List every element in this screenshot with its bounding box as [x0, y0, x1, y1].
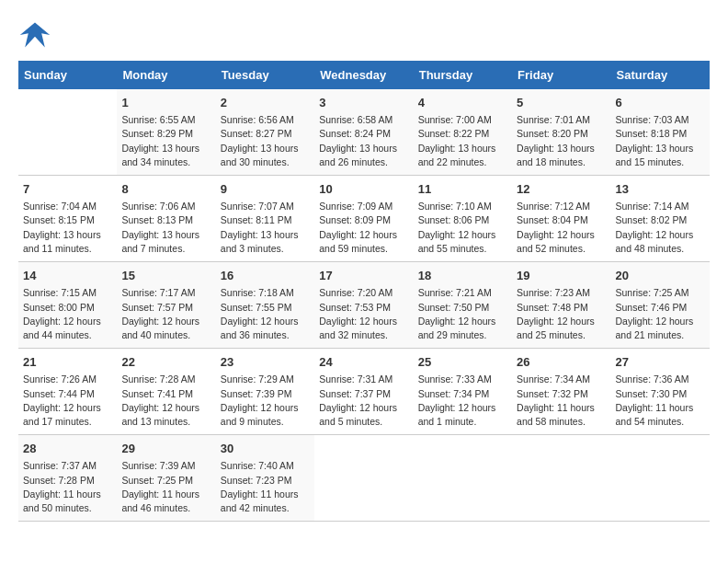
week-row-5: 28Sunrise: 7:37 AM Sunset: 7:28 PM Dayli… — [18, 435, 710, 522]
calendar-cell: 21Sunrise: 7:26 AM Sunset: 7:44 PM Dayli… — [18, 349, 117, 435]
day-info: Sunrise: 7:40 AM Sunset: 7:23 PM Dayligh… — [221, 459, 310, 515]
day-info: Sunrise: 7:34 AM Sunset: 7:32 PM Dayligh… — [517, 373, 606, 429]
day-number: 2 — [221, 95, 310, 111]
calendar-cell: 30Sunrise: 7:40 AM Sunset: 7:23 PM Dayli… — [216, 435, 314, 522]
day-info: Sunrise: 7:18 AM Sunset: 7:55 PM Dayligh… — [221, 286, 310, 342]
calendar-cell: 19Sunrise: 7:23 AM Sunset: 7:48 PM Dayli… — [512, 262, 610, 349]
day-number: 19 — [517, 268, 606, 284]
day-info: Sunrise: 7:29 AM Sunset: 7:39 PM Dayligh… — [221, 373, 310, 429]
calendar-cell: 7Sunrise: 7:04 AM Sunset: 8:15 PM Daylig… — [18, 176, 117, 262]
day-info: Sunrise: 6:56 AM Sunset: 8:27 PM Dayligh… — [221, 113, 310, 169]
logo — [18, 18, 55, 52]
day-number: 18 — [418, 268, 507, 284]
day-info: Sunrise: 7:20 AM Sunset: 7:53 PM Dayligh… — [319, 286, 408, 342]
day-info: Sunrise: 7:06 AM Sunset: 8:13 PM Dayligh… — [121, 200, 210, 256]
calendar-cell: 24Sunrise: 7:31 AM Sunset: 7:37 PM Dayli… — [314, 349, 413, 435]
day-info: Sunrise: 7:09 AM Sunset: 8:09 PM Dayligh… — [319, 200, 408, 256]
calendar-cell: 10Sunrise: 7:09 AM Sunset: 8:09 PM Dayli… — [314, 176, 413, 262]
calendar-cell: 4Sunrise: 7:00 AM Sunset: 8:22 PM Daylig… — [414, 89, 512, 176]
day-number: 17 — [319, 268, 408, 284]
calendar-cell — [18, 89, 117, 176]
day-header-tuesday: Tuesday — [216, 61, 314, 89]
day-number: 8 — [121, 181, 210, 198]
day-info: Sunrise: 7:33 AM Sunset: 7:34 PM Dayligh… — [418, 373, 507, 429]
day-number: 30 — [221, 441, 310, 457]
day-header-wednesday: Wednesday — [314, 61, 413, 89]
calendar-cell — [414, 435, 512, 522]
day-info: Sunrise: 7:26 AM Sunset: 7:44 PM Dayligh… — [23, 373, 112, 429]
day-info: Sunrise: 7:04 AM Sunset: 8:15 PM Dayligh… — [23, 200, 112, 256]
calendar-cell: 25Sunrise: 7:33 AM Sunset: 7:34 PM Dayli… — [414, 349, 512, 435]
day-info: Sunrise: 7:03 AM Sunset: 8:18 PM Dayligh… — [616, 113, 705, 169]
week-row-2: 7Sunrise: 7:04 AM Sunset: 8:15 PM Daylig… — [18, 176, 710, 262]
day-number: 24 — [319, 354, 408, 371]
week-row-4: 21Sunrise: 7:26 AM Sunset: 7:44 PM Dayli… — [18, 349, 710, 435]
calendar-cell: 1Sunrise: 6:55 AM Sunset: 8:29 PM Daylig… — [117, 89, 215, 176]
day-info: Sunrise: 7:12 AM Sunset: 8:04 PM Dayligh… — [517, 200, 606, 256]
svg-marker-0 — [20, 23, 50, 48]
page-header — [18, 18, 710, 52]
day-number: 1 — [121, 95, 210, 111]
calendar-cell: 16Sunrise: 7:18 AM Sunset: 7:55 PM Dayli… — [216, 262, 314, 349]
day-info: Sunrise: 7:25 AM Sunset: 7:46 PM Dayligh… — [616, 286, 705, 342]
day-header-thursday: Thursday — [414, 61, 512, 89]
day-number: 27 — [616, 354, 705, 371]
calendar-cell: 27Sunrise: 7:36 AM Sunset: 7:30 PM Dayli… — [611, 349, 710, 435]
calendar-cell: 23Sunrise: 7:29 AM Sunset: 7:39 PM Dayli… — [216, 349, 314, 435]
day-info: Sunrise: 7:10 AM Sunset: 8:06 PM Dayligh… — [418, 200, 507, 256]
calendar-cell: 17Sunrise: 7:20 AM Sunset: 7:53 PM Dayli… — [314, 262, 413, 349]
day-info: Sunrise: 7:17 AM Sunset: 7:57 PM Dayligh… — [121, 286, 210, 342]
day-info: Sunrise: 7:28 AM Sunset: 7:41 PM Dayligh… — [121, 373, 210, 429]
day-number: 13 — [616, 181, 705, 198]
day-info: Sunrise: 6:55 AM Sunset: 8:29 PM Dayligh… — [121, 113, 210, 169]
day-number: 25 — [418, 354, 507, 371]
day-info: Sunrise: 7:37 AM Sunset: 7:28 PM Dayligh… — [23, 459, 112, 515]
day-number: 6 — [616, 95, 705, 111]
day-header-sunday: Sunday — [18, 61, 117, 89]
day-header-monday: Monday — [117, 61, 215, 89]
calendar-cell: 22Sunrise: 7:28 AM Sunset: 7:41 PM Dayli… — [117, 349, 215, 435]
calendar-cell: 14Sunrise: 7:15 AM Sunset: 8:00 PM Dayli… — [18, 262, 117, 349]
day-number: 28 — [23, 441, 112, 457]
day-header-friday: Friday — [512, 61, 610, 89]
calendar-cell — [611, 435, 710, 522]
day-number: 5 — [517, 95, 606, 111]
calendar-cell — [314, 435, 413, 522]
calendar-cell: 3Sunrise: 6:58 AM Sunset: 8:24 PM Daylig… — [314, 89, 413, 176]
day-info: Sunrise: 7:00 AM Sunset: 8:22 PM Dayligh… — [418, 113, 507, 169]
calendar-cell: 29Sunrise: 7:39 AM Sunset: 7:25 PM Dayli… — [117, 435, 215, 522]
day-info: Sunrise: 7:01 AM Sunset: 8:20 PM Dayligh… — [517, 113, 606, 169]
week-row-1: 1Sunrise: 6:55 AM Sunset: 8:29 PM Daylig… — [18, 89, 710, 176]
day-info: Sunrise: 7:36 AM Sunset: 7:30 PM Dayligh… — [616, 373, 705, 429]
day-number: 4 — [418, 95, 507, 111]
day-number: 29 — [121, 441, 210, 457]
week-row-3: 14Sunrise: 7:15 AM Sunset: 8:00 PM Dayli… — [18, 262, 710, 349]
calendar-cell: 12Sunrise: 7:12 AM Sunset: 8:04 PM Dayli… — [512, 176, 610, 262]
day-info: Sunrise: 7:14 AM Sunset: 8:02 PM Dayligh… — [616, 200, 705, 256]
day-number: 7 — [23, 181, 112, 198]
day-number: 23 — [221, 354, 310, 371]
calendar-cell — [512, 435, 610, 522]
calendar-cell: 8Sunrise: 7:06 AM Sunset: 8:13 PM Daylig… — [117, 176, 215, 262]
day-info: Sunrise: 7:15 AM Sunset: 8:00 PM Dayligh… — [23, 286, 112, 342]
day-info: Sunrise: 6:58 AM Sunset: 8:24 PM Dayligh… — [319, 113, 408, 169]
calendar-cell: 13Sunrise: 7:14 AM Sunset: 8:02 PM Dayli… — [611, 176, 710, 262]
day-info: Sunrise: 7:07 AM Sunset: 8:11 PM Dayligh… — [221, 200, 310, 256]
calendar-cell: 5Sunrise: 7:01 AM Sunset: 8:20 PM Daylig… — [512, 89, 610, 176]
day-number: 26 — [517, 354, 606, 371]
calendar-cell: 28Sunrise: 7:37 AM Sunset: 7:28 PM Dayli… — [18, 435, 117, 522]
day-info: Sunrise: 7:21 AM Sunset: 7:50 PM Dayligh… — [418, 286, 507, 342]
day-number: 21 — [23, 354, 112, 371]
day-number: 11 — [418, 181, 507, 198]
day-number: 14 — [23, 268, 112, 284]
day-header-saturday: Saturday — [611, 61, 710, 89]
day-number: 12 — [517, 181, 606, 198]
days-header-row: SundayMondayTuesdayWednesdayThursdayFrid… — [18, 61, 710, 89]
calendar-cell: 2Sunrise: 6:56 AM Sunset: 8:27 PM Daylig… — [216, 89, 314, 176]
calendar-cell: 9Sunrise: 7:07 AM Sunset: 8:11 PM Daylig… — [216, 176, 314, 262]
calendar-cell: 11Sunrise: 7:10 AM Sunset: 8:06 PM Dayli… — [414, 176, 512, 262]
day-info: Sunrise: 7:31 AM Sunset: 7:37 PM Dayligh… — [319, 373, 408, 429]
calendar-cell: 15Sunrise: 7:17 AM Sunset: 7:57 PM Dayli… — [117, 262, 215, 349]
day-number: 9 — [221, 181, 310, 198]
calendar-cell: 20Sunrise: 7:25 AM Sunset: 7:46 PM Dayli… — [611, 262, 710, 349]
